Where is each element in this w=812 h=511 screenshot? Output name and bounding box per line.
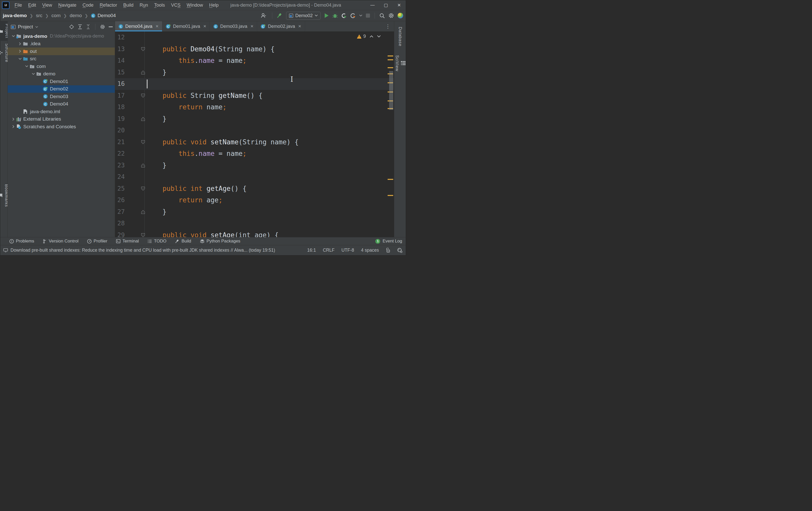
editor-tab-demo02-java[interactable]: CDemo02.java✕ xyxy=(257,21,305,31)
menu-tools[interactable]: Tools xyxy=(152,2,168,9)
editor-scrollbar[interactable] xyxy=(389,71,393,110)
stop-button[interactable] xyxy=(366,12,370,19)
unlocked-padlock-icon[interactable] xyxy=(386,248,390,253)
tool-window-button-problems[interactable]: Problems xyxy=(9,239,34,244)
tool-window-button-python-packages[interactable]: Python Packages xyxy=(200,239,240,244)
fold-region-end-icon[interactable] xyxy=(141,163,145,168)
code-line-29[interactable]: 29 public void setAge(int age) { xyxy=(115,230,394,237)
code-editor[interactable]: 1213 public Demo04(String name) {14 this… xyxy=(115,31,394,237)
tree-item-src[interactable]: src xyxy=(8,55,115,63)
editor-tab-demo04-java[interactable]: CDemo04.java✕ xyxy=(115,21,162,31)
event-log-button[interactable]: 1 Event Log xyxy=(375,239,402,244)
tree-collapse-icon[interactable] xyxy=(11,35,16,37)
editor-tab-demo03-java[interactable]: CDemo03.java✕ xyxy=(210,21,257,31)
stripe-tab-bookmarks[interactable]: Bookmarks xyxy=(0,182,9,210)
code-line-21[interactable]: 21 public void setName(String name) { xyxy=(115,137,394,148)
tree-expand-icon[interactable] xyxy=(18,42,23,46)
tree-expand-icon[interactable] xyxy=(11,125,16,128)
code-line-17[interactable]: 17 public String getName() { xyxy=(115,90,394,102)
editor-tab-demo01-java[interactable]: CDemo01.java✕ xyxy=(162,21,210,31)
profiler-button[interactable] xyxy=(350,12,356,19)
tool-window-button-version-control[interactable]: Version Control xyxy=(43,239,79,244)
fold-region-start-icon[interactable] xyxy=(141,186,145,191)
tree-item-scratches-and-consoles[interactable]: Scratches and Consoles xyxy=(8,123,115,130)
tree-collapse-icon[interactable] xyxy=(31,73,36,75)
code-line-24[interactable]: 24 xyxy=(115,171,394,183)
menu-navigate[interactable]: Navigate xyxy=(56,2,79,9)
code-line-14[interactable]: 14 this.name = name; xyxy=(115,55,394,67)
maximize-button[interactable]: ▢ xyxy=(379,0,393,10)
tree-item-java-demo-iml[interactable]: java-demo.iml xyxy=(8,108,115,116)
fold-start-marker[interactable] xyxy=(141,140,145,144)
tree-expand-icon[interactable] xyxy=(11,118,16,121)
tool-window-button-terminal[interactable]: Terminal xyxy=(116,239,139,244)
tree-item-external-libraries[interactable]: External Libraries xyxy=(8,116,115,123)
code-line-13[interactable]: 13 public Demo04(String name) { xyxy=(115,43,394,55)
tree-item-demo01[interactable]: CDemo01 xyxy=(8,78,115,85)
code-line-23[interactable]: 23 } xyxy=(115,160,394,172)
line-separator-widget[interactable]: CRLF xyxy=(323,248,335,253)
status-message[interactable]: Download pre-built shared indexes: Reduc… xyxy=(10,248,275,253)
stripe-tab-database[interactable]: Database xyxy=(398,24,402,49)
chevron-down-icon[interactable] xyxy=(359,12,362,19)
tab-close-icon[interactable]: ✕ xyxy=(298,24,301,29)
settings-gear-icon[interactable] xyxy=(388,12,394,19)
tab-close-icon[interactable]: ✕ xyxy=(250,24,254,29)
breadcrumb-item[interactable]: src xyxy=(36,13,42,19)
breadcrumb-item[interactable]: com xyxy=(51,13,61,19)
background-tasks-icon[interactable] xyxy=(397,248,403,253)
hide-panel-icon[interactable] xyxy=(109,26,113,27)
code-line-18[interactable]: 18 return name; xyxy=(115,101,394,113)
tab-close-icon[interactable]: ✕ xyxy=(155,24,159,29)
fold-start-marker[interactable] xyxy=(141,93,145,98)
code-line-20[interactable]: 20 xyxy=(115,125,394,137)
search-everywhere-icon[interactable] xyxy=(379,12,385,19)
tree-item-com[interactable]: com xyxy=(8,63,115,70)
stripe-tab-sciview[interactable]: SciView xyxy=(395,53,405,74)
prev-warning-icon[interactable] xyxy=(370,35,373,37)
gear-icon[interactable] xyxy=(100,24,105,29)
code-line-19[interactable]: 19 } xyxy=(115,113,394,125)
run-button[interactable] xyxy=(324,12,329,19)
tree-item-java-demo[interactable]: java-demoD:\IdeaProjects\java-demo xyxy=(8,32,115,40)
tree-item-demo[interactable]: demo xyxy=(8,70,115,78)
tree-expand-icon[interactable] xyxy=(18,50,23,53)
fold-start-marker[interactable] xyxy=(141,233,145,237)
close-button[interactable]: ✕ xyxy=(393,0,406,10)
menu-edit[interactable]: Edit xyxy=(26,2,38,9)
code-line-26[interactable]: 26 return age; xyxy=(115,194,394,206)
code-line-16[interactable]: 16 xyxy=(115,78,394,90)
menu-help[interactable]: Help xyxy=(207,2,221,9)
minimize-button[interactable]: — xyxy=(366,0,379,10)
fold-end-marker[interactable] xyxy=(141,70,145,74)
tool-window-button-todo[interactable]: TODO xyxy=(147,239,167,244)
ide-avatar-icon[interactable] xyxy=(398,13,403,19)
indent-widget[interactable]: 4 spaces xyxy=(361,248,379,253)
tree-item-out[interactable]: out xyxy=(8,48,115,55)
menu-view[interactable]: View xyxy=(40,2,55,9)
fold-start-marker[interactable] xyxy=(141,47,145,51)
build-hammer-icon[interactable] xyxy=(277,12,283,19)
run-configuration-select[interactable]: Demo02 xyxy=(286,12,321,20)
tree-collapse-icon[interactable] xyxy=(24,65,29,67)
code-line-22[interactable]: 22 this.name = name; xyxy=(115,148,394,160)
encoding-widget[interactable]: UTF-8 xyxy=(341,248,354,253)
tab-close-icon[interactable]: ✕ xyxy=(203,24,207,29)
caret-position-widget[interactable]: 16:1 xyxy=(307,248,316,253)
tab-options-icon[interactable]: ⋮ xyxy=(382,21,394,31)
code-line-27[interactable]: 27 } xyxy=(115,206,394,218)
fold-start-marker[interactable] xyxy=(141,186,145,191)
fold-region-start-icon[interactable] xyxy=(141,140,145,144)
code-line-15[interactable]: 15 } xyxy=(115,67,394,79)
code-line-12[interactable]: 12 xyxy=(115,32,394,43)
user-account-icon[interactable] xyxy=(261,12,267,19)
locate-file-icon[interactable] xyxy=(69,24,74,29)
collapse-all-icon[interactable] xyxy=(86,24,90,29)
status-monitor-icon[interactable] xyxy=(3,248,8,252)
fold-region-end-icon[interactable] xyxy=(141,117,145,121)
tree-item-demo02[interactable]: CDemo02 xyxy=(8,85,115,93)
fold-end-marker[interactable] xyxy=(141,117,145,121)
fold-region-start-icon[interactable] xyxy=(141,233,145,237)
project-view-selector[interactable]: Project xyxy=(11,24,38,30)
tree-item--idea[interactable]: .idea xyxy=(8,40,115,48)
